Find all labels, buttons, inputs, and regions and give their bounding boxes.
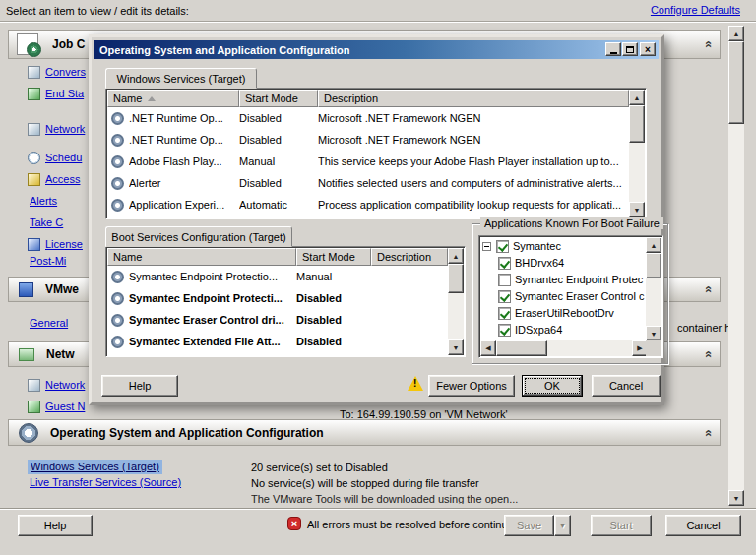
collapse-expander-icon[interactable] — [482, 242, 491, 251]
scroll-down-button[interactable]: ▼ — [629, 202, 645, 217]
sidebar-item-label[interactable]: Alerts — [30, 195, 57, 207]
close-icon: × — [645, 44, 651, 55]
tree-item-eraser-control[interactable]: Symantec Eraser Control c — [498, 288, 644, 304]
boot-service-row[interactable]: Symantec Extended File Att... Disabled — [107, 331, 448, 352]
save-button[interactable]: Save — [504, 515, 554, 536]
sidebar-item-label[interactable]: Guest N — [45, 401, 85, 412]
sidebar-item-label[interactable]: Take C — [30, 216, 63, 228]
cancel-button[interactable]: Cancel — [665, 515, 741, 536]
sidebar-item-network-2[interactable]: Network — [28, 378, 85, 392]
tree-horizontal-scrollbar[interactable]: ◀ ▶ — [480, 340, 648, 356]
checkbox[interactable] — [498, 274, 511, 286]
scrollbar-thumb[interactable] — [646, 253, 662, 278]
close-button[interactable]: × — [640, 42, 656, 56]
service-row[interactable]: .NET Runtime Op... Disabled Microsoft .N… — [107, 107, 629, 129]
checkbox[interactable] — [498, 290, 511, 303]
tab-windows-services[interactable]: Windows Services (Target) — [105, 68, 257, 89]
column-header-start-mode[interactable]: Start Mode — [239, 90, 318, 107]
column-header-description[interactable]: Description — [318, 90, 629, 107]
sidebar-item-label[interactable]: Network — [45, 123, 85, 135]
dialog-titlebar[interactable]: Operating System and Application Configu… — [94, 40, 659, 59]
boot-scrollbar[interactable]: ▲ ▼ — [448, 248, 464, 355]
collapse-chevron-icon[interactable]: « — [700, 40, 716, 47]
column-header-start-mode[interactable]: Start Mode — [296, 248, 371, 266]
scrollbar-thumb[interactable] — [728, 41, 744, 124]
start-button[interactable]: Start — [591, 515, 652, 536]
sidebar-item-general[interactable]: General — [30, 316, 68, 330]
sidebar-item-conversion[interactable]: Convers — [28, 65, 86, 79]
main-scrollbar[interactable]: ▲ ▼ — [728, 26, 744, 506]
sidebar-item-label[interactable]: License — [45, 238, 83, 250]
sidebar-item-guest-nic[interactable]: Guest N — [28, 400, 85, 413]
scrollbar-thumb[interactable] — [496, 340, 547, 356]
sidebar-item-label[interactable]: End Sta — [45, 88, 84, 99]
dialog-cancel-button[interactable]: Cancel — [592, 375, 661, 397]
scroll-up-button[interactable]: ▲ — [448, 248, 464, 264]
service-row[interactable]: .NET Runtime Op... Disabled Microsoft .N… — [107, 129, 629, 151]
scroll-down-icon: ▼ — [634, 207, 641, 214]
minimize-button[interactable] — [605, 42, 621, 56]
sidebar-item-label[interactable]: Schedu — [45, 152, 82, 163]
collapse-chevron-icon[interactable]: « — [700, 285, 716, 292]
sidebar-item-label[interactable]: General — [30, 317, 68, 329]
service-row[interactable]: Application Experi... Automatic Process … — [107, 194, 629, 216]
sidebar-item-label[interactable]: Access — [45, 173, 80, 185]
save-dropdown-button[interactable]: ▼ — [554, 515, 571, 536]
sidebar-item-access[interactable]: Access — [28, 172, 80, 186]
column-header-name[interactable]: Name — [107, 248, 296, 266]
service-row[interactable]: Alerter Disabled Notifies selected users… — [107, 172, 629, 194]
boot-service-row[interactable]: Symantec Endpoint Protectio... Manual — [107, 266, 448, 287]
setting-row-live-transfer[interactable]: Live Transfer Services (Source) — [30, 476, 181, 488]
checkbox[interactable] — [496, 240, 509, 253]
tab-boot-services[interactable]: Boot Services Configuration (Target) — [105, 226, 292, 247]
checkbox[interactable] — [498, 324, 511, 337]
maximize-button[interactable] — [622, 42, 638, 56]
column-header-name[interactable]: Name — [107, 90, 239, 107]
sidebar-item-end-states[interactable]: End Sta — [28, 87, 84, 100]
sidebar-item-alerts[interactable]: Alerts — [30, 194, 57, 208]
scrollbar-thumb[interactable] — [629, 105, 645, 143]
sidebar-item-license[interactable]: License — [28, 237, 83, 251]
dialog-help-button[interactable]: Help — [101, 375, 178, 397]
help-button[interactable]: Help — [18, 515, 93, 536]
boot-service-row[interactable]: Symantec Eraser Control dri... Disabled — [107, 309, 448, 331]
service-row[interactable]: Adobe Flash Play... Manual This service … — [107, 151, 629, 172]
checkbox[interactable] — [498, 257, 511, 270]
checkbox[interactable] — [498, 307, 511, 320]
sidebar-item-take-control[interactable]: Take C — [30, 216, 63, 229]
sidebar-item-label[interactable]: Convers — [45, 66, 86, 78]
tree-item-sep[interactable]: Symantec Endpoint Protec — [498, 272, 643, 287]
sidebar-item-label[interactable]: Post-Mi — [30, 255, 66, 267]
collapse-chevron-icon[interactable]: « — [700, 350, 716, 357]
tree-item-bhdrvx64[interactable]: BHDrvx64 — [498, 255, 564, 271]
sidebar-item-post-migration[interactable]: Post-Mi — [30, 254, 66, 268]
tree-item-eraserutil[interactable]: EraserUtilRebootDrv — [498, 305, 614, 321]
scroll-down-button[interactable]: ▼ — [728, 490, 744, 506]
ok-button[interactable]: OK — [522, 375, 583, 397]
sidebar-item-schedule[interactable]: Schedu — [28, 151, 82, 164]
setting-link[interactable]: Windows Services (Target) — [31, 461, 159, 472]
tree-vertical-scrollbar[interactable]: ▲ ▼ — [646, 237, 662, 341]
section-bar-os-app-configuration[interactable]: Operating System and Application Configu… — [8, 419, 721, 446]
collapse-chevron-icon[interactable]: « — [700, 429, 716, 436]
tree-item-idsxpa64[interactable]: IDSxpa64 — [498, 322, 562, 338]
configure-defaults-link[interactable]: Configure Defaults — [651, 4, 740, 16]
scroll-up-button[interactable]: ▲ — [728, 26, 744, 41]
boot-service-row[interactable]: Symantec Endpoint Protecti... Disabled — [107, 287, 448, 309]
scrollbar-thumb[interactable] — [448, 264, 464, 293]
setting-link[interactable]: Live Transfer Services (Source) — [30, 476, 181, 488]
tree-item-symantec[interactable]: Symantec — [482, 238, 561, 254]
sidebar-item-network[interactable]: Network — [28, 122, 85, 136]
fewer-options-button[interactable]: Fewer Options — [428, 375, 515, 397]
scroll-up-button[interactable]: ▲ — [629, 90, 645, 105]
scroll-up-button[interactable]: ▲ — [646, 237, 662, 253]
scroll-up-icon: ▲ — [634, 94, 641, 101]
scroll-down-button[interactable]: ▼ — [646, 326, 662, 341]
services-scrollbar[interactable]: ▲ ▼ — [629, 90, 645, 217]
setting-row-windows-services[interactable]: Windows Services (Target) — [28, 460, 162, 474]
column-header-description[interactable]: Description — [371, 248, 448, 266]
service-icon — [111, 292, 124, 305]
scroll-left-button[interactable]: ◀ — [480, 340, 496, 356]
sidebar-item-label[interactable]: Network — [45, 379, 85, 391]
scroll-down-button[interactable]: ▼ — [448, 339, 464, 355]
